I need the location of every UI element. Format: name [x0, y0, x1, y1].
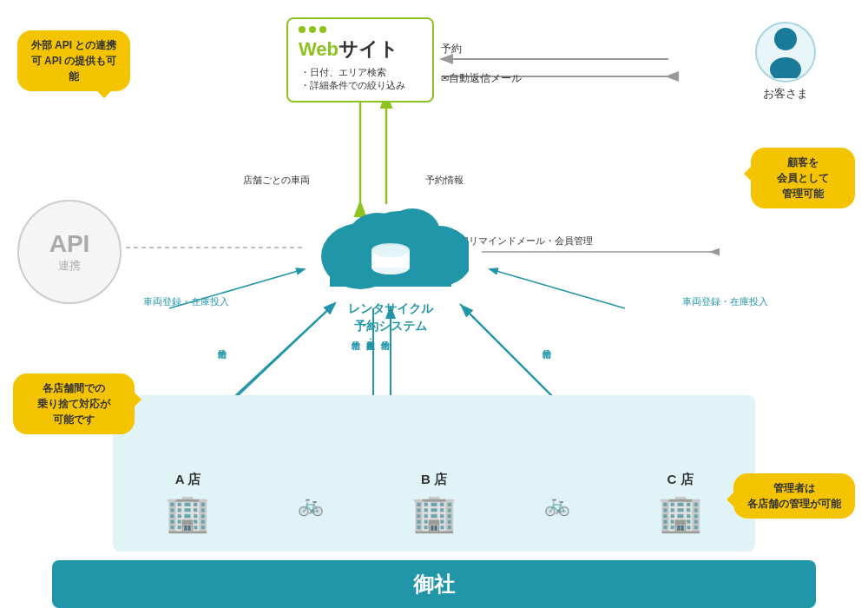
bike-bc-icon: 🚲	[544, 492, 570, 517]
stock-label-right: 車両登録・在庫投入	[682, 295, 768, 308]
svg-point-18	[774, 28, 797, 50]
api-bubble: API 連携	[17, 200, 122, 304]
auto-mail-text: 自動返信メール	[449, 72, 522, 84]
api-sub: 連携	[58, 258, 81, 274]
browser-dots	[299, 26, 422, 33]
svg-point-30	[372, 243, 410, 257]
store-c: C 店 🏢	[658, 472, 703, 534]
svg-point-19	[770, 57, 801, 78]
dot3	[319, 26, 326, 33]
dot2	[309, 26, 316, 33]
speech-bubble-top-left-text: 外部 API との連携可 API の提供も可能	[31, 39, 117, 83]
speech-bubble-bottom-left: 各店舗間での乗り捨て対応が可能です	[13, 373, 135, 434]
customer-area: お客さま	[755, 22, 816, 102]
cloud-area: レンタサイクル 予約システム	[304, 200, 477, 334]
yoyaku-label: 予約	[441, 42, 462, 56]
website-box: Webサイト 日付、エリア検索 詳細条件での絞り込み	[286, 17, 434, 102]
cloud-svg	[312, 200, 469, 295]
website-title: Webサイト	[299, 36, 422, 63]
bike-bc: 🚲	[544, 492, 570, 534]
store-a-building: 🏢	[165, 492, 210, 534]
dot1	[299, 26, 306, 33]
store-b-building: 🏢	[411, 492, 457, 534]
stock-label-left: 車両登録・在庫投入	[143, 295, 229, 308]
customer-label: お客さま	[763, 86, 808, 102]
store-b: B 店 🏢	[411, 472, 457, 534]
company-label: 御社	[413, 571, 455, 598]
customer-icon-circle	[755, 22, 816, 83]
feature1: 日付、エリア検索	[300, 66, 422, 79]
api-text: API	[49, 230, 90, 258]
bike-ab: 🚲	[298, 492, 324, 534]
auto-mail-label: ✉自動返信メール	[441, 71, 522, 86]
store-c-label: C 店	[667, 472, 694, 488]
store-a-label: A 店	[175, 472, 201, 488]
website-features: 日付、エリア検索 詳細条件での絞り込み	[299, 66, 422, 92]
customer-person-svg	[764, 26, 807, 78]
bike-ab-icon: 🚲	[298, 492, 324, 517]
reminder-mail-label: ☒リマインドメール・会員管理	[460, 235, 593, 248]
diagram-container: 外部 API との連携可 API の提供も可能 Webサイト 日付、エリア検索 …	[0, 0, 868, 608]
store-b-label: B 店	[421, 472, 447, 488]
feature2: 詳細条件での絞り込み	[300, 79, 422, 92]
store-area: A 店 🏢 🚲 B 店 🏢 🚲 C 店 🏢	[113, 395, 755, 552]
speech-bubble-top-left: 外部 API との連携可 API の提供も可能	[17, 30, 130, 91]
res-info-label: 予約情報	[425, 174, 464, 187]
system-label: レンタサイクル 予約システム	[348, 301, 433, 334]
cloud-shape-wrapper	[312, 200, 469, 295]
bottom-bar: 御社	[52, 560, 816, 608]
speech-bubble-right-top: 顧客を会員として管理可能	[751, 148, 855, 208]
svg-line-13	[490, 269, 625, 308]
store-c-building: 🏢	[658, 492, 703, 534]
speech-bubble-bottom-right: 管理者は各店舗の管理が可能	[733, 473, 855, 519]
store-a: A 店 🏢	[165, 472, 210, 534]
shop-vehicle-label: 店舗ごとの車両	[243, 174, 310, 187]
